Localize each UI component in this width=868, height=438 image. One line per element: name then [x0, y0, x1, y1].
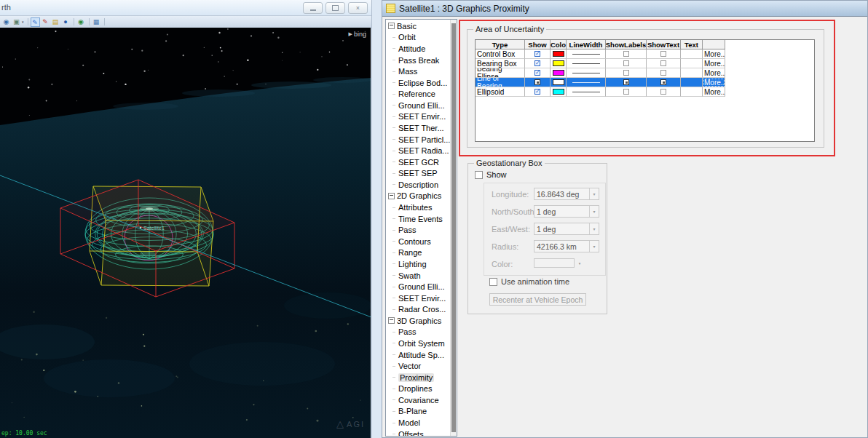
column-header-linewidth[interactable]: LineWidth	[567, 40, 606, 49]
text-cell[interactable]	[681, 78, 703, 87]
collapse-icon[interactable]	[388, 23, 395, 29]
uncertainty-table[interactable]: TypeShowColoLineWidthShowLabelsShowTextT…	[475, 39, 815, 142]
spinner-arrow-icon[interactable]: ▾	[589, 223, 599, 234]
tree-item-seet-radia[interactable]: SEET Radia...	[386, 145, 450, 156]
show-text-checkbox[interactable]	[660, 60, 666, 66]
linewidth-sample[interactable]	[572, 82, 600, 83]
geo-show-checkbox[interactable]	[475, 171, 483, 179]
graphics-window-titlebar[interactable]: rth ×	[0, 0, 371, 16]
collapse-icon[interactable]	[388, 317, 395, 324]
field-spinner[interactable]: 16.8643 deg▾	[534, 188, 599, 200]
tree-item-seet-gcr[interactable]: SEET GCR	[386, 156, 450, 168]
tree-item-pass-break[interactable]: Pass Break	[386, 55, 450, 66]
show-text-checkbox[interactable]	[660, 70, 666, 76]
camera-dropdown-icon[interactable]: ▣	[12, 17, 21, 27]
tree-item-attitude-sp[interactable]: Attitude Sp...	[386, 349, 450, 361]
tree-item-seet-particl[interactable]: SEET Particl...	[386, 134, 450, 146]
collapse-icon[interactable]	[388, 193, 395, 199]
close-button[interactable]: ×	[348, 2, 368, 14]
tree-item-range[interactable]: Range	[386, 247, 450, 259]
column-header-show[interactable]: Show	[525, 40, 551, 49]
type-cell[interactable]: Bearing Box	[476, 59, 525, 68]
minimize-button[interactable]	[303, 2, 323, 14]
tree-item-mass[interactable]: Mass	[386, 65, 450, 77]
red-pencil-icon[interactable]: ✎	[41, 17, 50, 27]
tree-scrollbar-thumb[interactable]	[451, 23, 456, 432]
globe-3d-view[interactable]: Satellite1 ▶bing △AGI ep: 10.00 sec	[0, 28, 371, 438]
column-header-colo[interactable]: Colo	[551, 40, 567, 49]
text-cell[interactable]	[681, 68, 703, 78]
text-cell[interactable]	[681, 59, 703, 68]
tree-item-lighting[interactable]: Lighting	[386, 258, 450, 270]
tree-item-eclipse-bod[interactable]: Eclipse Bod...	[386, 77, 450, 89]
show-text-checkbox[interactable]	[660, 51, 666, 57]
show-labels-checkbox[interactable]	[623, 70, 629, 76]
more-button[interactable]: More...	[703, 59, 725, 68]
tree-item-attributes[interactable]: Attributes	[386, 202, 450, 213]
tree-item-radar-cros[interactable]: Radar Cros...	[386, 303, 450, 315]
table-row-ellipsoid[interactable]: EllipsoidMore...	[476, 87, 725, 97]
color-swatch[interactable]	[553, 51, 564, 57]
spinner-arrow-icon[interactable]: ▾	[589, 188, 599, 199]
draw-pencil-icon[interactable]: ✎	[31, 17, 40, 27]
color-dropdown[interactable]	[534, 258, 575, 268]
show-checkbox[interactable]	[534, 60, 540, 66]
table-row-bearing-ellipse[interactable]: Bearing EllipseMore...	[476, 68, 725, 78]
tree-item-model[interactable]: Model	[386, 417, 450, 429]
more-button[interactable]: More...	[703, 49, 725, 59]
type-cell[interactable]: Ellipsoid	[476, 87, 525, 97]
recenter-button[interactable]: Recenter at Vehicle Epoch	[489, 293, 586, 306]
type-cell[interactable]: Control Box	[476, 49, 525, 59]
table-row-line-of-bearing[interactable]: Line of BearingMore...	[476, 78, 725, 87]
show-checkbox[interactable]	[534, 89, 540, 95]
tree-item-pass[interactable]: Pass	[386, 327, 450, 338]
tree-item-contours[interactable]: Contours	[386, 236, 450, 247]
type-cell[interactable]: Line of Bearing	[476, 78, 525, 87]
image-capture-icon[interactable]: ▦	[92, 17, 101, 27]
column-header-showlabels[interactable]: ShowLabels	[606, 40, 647, 49]
tree-item-swath[interactable]: Swath	[386, 270, 450, 282]
color-swatch[interactable]	[553, 89, 564, 95]
field-spinner[interactable]: 1 deg▾	[534, 205, 599, 218]
text-cell[interactable]	[681, 49, 703, 59]
table-row-control-box[interactable]: Control BoxMore...	[476, 49, 725, 59]
tree-scrollbar[interactable]	[450, 20, 457, 436]
tree-item-vector[interactable]: Vector	[386, 360, 450, 372]
tree-item-ground-elli[interactable]: Ground Elli...	[386, 100, 450, 111]
color-dropdown-arrow-icon[interactable]: ▾	[577, 260, 583, 266]
tree-item-covariance[interactable]: Covariance	[386, 394, 450, 406]
globe-icon[interactable]: ●	[61, 17, 71, 27]
more-button[interactable]: More...	[703, 78, 725, 87]
restore-button[interactable]	[326, 2, 345, 14]
more-button[interactable]: More...	[703, 68, 725, 78]
tree-item-seet-sep[interactable]: SEET SEP	[386, 168, 450, 180]
tree-item-seet-ther[interactable]: SEET Ther...	[386, 122, 450, 134]
tree-item-seet-envir[interactable]: SEET Envir...	[386, 292, 450, 304]
tree-item-2d-graphics[interactable]: 2D Graphics	[386, 191, 450, 202]
field-spinner[interactable]: 42166.3 km▾	[534, 240, 599, 252]
show-labels-checkbox[interactable]	[623, 51, 629, 57]
show-labels-checkbox[interactable]	[623, 79, 629, 85]
dialog-titlebar[interactable]: Satellite1 : 3D Graphics Proximity	[382, 1, 867, 17]
spinner-arrow-icon[interactable]: ▾	[589, 206, 599, 217]
world-map-icon[interactable]: ◉	[76, 17, 86, 27]
show-checkbox[interactable]	[534, 79, 540, 85]
show-labels-checkbox[interactable]	[623, 89, 629, 95]
tree-item-time-events[interactable]: Time Events	[386, 213, 450, 225]
column-header-type[interactable]: Type	[476, 40, 525, 49]
spinner-arrow-icon[interactable]: ▾	[589, 241, 599, 252]
show-text-checkbox[interactable]	[660, 89, 666, 95]
tree-item-orbit[interactable]: Orbit	[386, 32, 450, 44]
color-swatch[interactable]	[553, 79, 564, 85]
linewidth-sample[interactable]	[572, 73, 600, 73]
column-header-more[interactable]	[703, 40, 725, 49]
color-swatch[interactable]	[553, 60, 564, 66]
use-animation-checkbox[interactable]	[489, 278, 497, 286]
globe-pin-icon[interactable]: ◉	[1, 17, 11, 27]
tree-item-attitude[interactable]: Attitude	[386, 43, 450, 55]
tree-item-seet-envir[interactable]: SEET Envir...	[386, 111, 450, 123]
color-swatch[interactable]	[553, 70, 564, 76]
linewidth-sample[interactable]	[572, 92, 600, 92]
table-row-bearing-box[interactable]: Bearing BoxMore...	[476, 59, 725, 68]
field-spinner[interactable]: 1 deg▾	[534, 223, 599, 235]
